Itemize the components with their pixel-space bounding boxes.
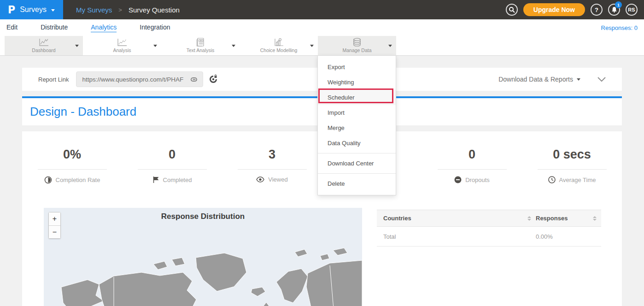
surveys-product-menu[interactable]: P Surveys bbox=[0, 0, 63, 19]
avatar-initials: RS bbox=[628, 7, 635, 12]
caret-down-icon bbox=[232, 45, 235, 47]
text-analysis-icon bbox=[196, 38, 205, 47]
caret-down-icon bbox=[388, 45, 392, 47]
responses-column-header[interactable]: Responses bbox=[536, 215, 568, 222]
zoom-in-button[interactable]: + bbox=[49, 212, 60, 225]
countries-table-header: Countries Responses bbox=[377, 210, 601, 227]
chevron-down-icon[interactable] bbox=[597, 76, 606, 82]
map-zoom-control: + − bbox=[48, 212, 61, 239]
menu-item-import[interactable]: Import bbox=[318, 105, 396, 120]
survey-nav: Edit Distribute Analytics Integration Re… bbox=[0, 19, 644, 36]
avatar[interactable]: RS bbox=[626, 4, 638, 16]
map-title: Response Distribution bbox=[44, 212, 362, 221]
response-distribution-map[interactable]: Response Distribution + − bbox=[44, 208, 362, 306]
caret-down-icon bbox=[153, 45, 157, 47]
caret-down-icon bbox=[310, 45, 314, 47]
search-button[interactable] bbox=[506, 4, 518, 16]
zoom-out-button[interactable]: − bbox=[49, 225, 60, 238]
total-label: Total bbox=[383, 233, 396, 240]
nav-distribute[interactable]: Distribute bbox=[41, 24, 68, 32]
menu-item-download-center[interactable]: Download Center bbox=[318, 156, 396, 171]
caret-down-icon bbox=[51, 9, 55, 12]
nav-edit[interactable]: Edit bbox=[6, 24, 18, 32]
total-responses-value: 0.00% bbox=[536, 233, 553, 240]
world-map bbox=[44, 222, 362, 306]
tab-text-analysis[interactable]: Text Analysis bbox=[161, 36, 240, 55]
search-icon bbox=[509, 6, 515, 13]
menu-item-data-quality[interactable]: Data Quality bbox=[318, 135, 396, 151]
top-bar: P Surveys My Surveys > Survey Question U… bbox=[0, 0, 644, 19]
stat-completion-rate: 0% Completion Rate bbox=[22, 147, 122, 184]
stat-average-time: 0 secs Average Time bbox=[522, 147, 622, 184]
upgrade-now-button[interactable]: Upgrade Now bbox=[523, 3, 585, 16]
flag-icon bbox=[152, 176, 159, 183]
stat-dropouts: 0 Dropouts bbox=[422, 147, 522, 184]
breadcrumb: My Surveys > Survey Question bbox=[76, 6, 180, 14]
menu-divider bbox=[318, 173, 396, 174]
database-icon bbox=[352, 38, 362, 47]
menu-item-merge[interactable]: Merge bbox=[318, 120, 396, 135]
link-icon[interactable] bbox=[190, 76, 198, 83]
help-icon: ? bbox=[595, 6, 598, 13]
tab-choice-modelling[interactable]: Choice Modelling bbox=[240, 36, 318, 55]
analysis-chart-icon bbox=[117, 38, 127, 47]
tab-analysis[interactable]: Analysis bbox=[83, 36, 161, 55]
questionpro-logo: P bbox=[8, 4, 15, 16]
sort-icon[interactable] bbox=[527, 216, 531, 221]
tab-dashboard[interactable]: Dashboard bbox=[5, 36, 83, 55]
responses-count: Responses: 0 bbox=[601, 24, 638, 31]
sort-icon[interactable] bbox=[593, 216, 597, 221]
countries-table: Countries Responses Total 0.00% bbox=[377, 210, 601, 247]
help-button[interactable]: ? bbox=[591, 4, 603, 16]
report-link-input[interactable] bbox=[76, 71, 203, 87]
report-link-label: Report Link bbox=[38, 76, 69, 83]
table-row: Total 0.00% bbox=[377, 227, 601, 247]
menu-item-delete[interactable]: Delete bbox=[318, 176, 396, 191]
menu-item-export[interactable]: Export bbox=[318, 59, 396, 75]
breadcrumb-my-surveys[interactable]: My Surveys bbox=[76, 6, 112, 14]
nav-integration[interactable]: Integration bbox=[140, 24, 170, 32]
analytics-toolbar: Dashboard Analysis Text Analysis Choice … bbox=[0, 36, 644, 56]
menu-divider bbox=[318, 153, 396, 153]
stat-completed: 0 Completed bbox=[122, 147, 222, 184]
manage-data-menu: Export Weighting Scheduler Import Merge … bbox=[317, 55, 396, 195]
choice-modelling-icon bbox=[274, 38, 284, 47]
menu-item-scheduler[interactable]: Scheduler bbox=[318, 90, 396, 105]
line-chart-icon bbox=[39, 38, 49, 47]
stat-viewed: 3 Viewed bbox=[222, 147, 322, 184]
topbar-actions: Upgrade Now ? 1 RS bbox=[506, 3, 644, 16]
product-name: Surveys bbox=[20, 6, 47, 14]
notification-badge: 1 bbox=[615, 1, 622, 8]
app-window: P Surveys My Surveys > Survey Question U… bbox=[0, 0, 644, 306]
globe-lock-icon[interactable] bbox=[208, 74, 218, 84]
caret-down-icon bbox=[75, 45, 79, 47]
clock-icon bbox=[548, 176, 556, 183]
notifications-button[interactable]: 1 bbox=[608, 4, 620, 16]
minus-circle-icon bbox=[454, 176, 462, 183]
breadcrumb-separator: > bbox=[118, 6, 122, 13]
completion-rate-icon bbox=[44, 176, 52, 184]
download-data-reports-dropdown[interactable]: Download Data & Reports bbox=[498, 76, 580, 83]
caret-down-icon bbox=[577, 78, 580, 81]
countries-column-header[interactable]: Countries bbox=[383, 215, 411, 222]
nav-analytics[interactable]: Analytics bbox=[91, 24, 117, 32]
tab-manage-data[interactable]: Manage Data bbox=[318, 36, 396, 55]
menu-item-weighting[interactable]: Weighting bbox=[318, 75, 396, 90]
eye-icon bbox=[256, 177, 264, 182]
breadcrumb-current: Survey Question bbox=[129, 6, 180, 14]
